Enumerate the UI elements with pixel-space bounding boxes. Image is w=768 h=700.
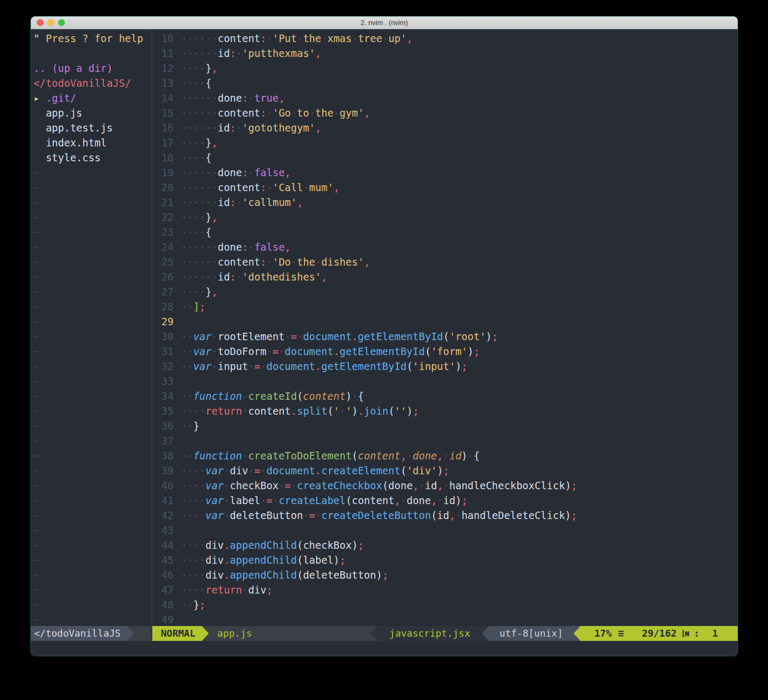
command-line: [31, 641, 738, 656]
code-line[interactable]: 43: [152, 523, 738, 538]
code-line[interactable]: 22····},: [152, 210, 738, 225]
line-text: ····},: [181, 61, 218, 76]
code-line[interactable]: 17····},: [152, 135, 738, 150]
line-number: 16: [152, 120, 174, 135]
line-text: ······content:·'Put·the·xmas·tree·up',: [181, 31, 413, 46]
code-line[interactable]: 48··};: [152, 597, 738, 612]
empty-line-marker: ~: [34, 508, 151, 523]
line-text: ····},: [181, 210, 218, 225]
empty-line-marker: ~: [34, 523, 151, 538]
code-line[interactable]: 13····{: [152, 76, 738, 90]
code-line[interactable]: 21······id:·'callmum',: [152, 195, 738, 210]
minimize-button[interactable]: [47, 19, 54, 26]
code-line[interactable]: 35····return·content.split('·').join('')…: [152, 403, 738, 418]
code-line[interactable]: 32··var·input·=·document.getElementById(…: [152, 359, 738, 374]
code-area[interactable]: 10······content:·'Put·the·xmas·tree·up',…: [152, 29, 738, 626]
line-number: 49: [152, 612, 174, 626]
empty-line-marker: ~: [34, 448, 151, 463]
line-number: 24: [152, 240, 174, 254]
close-button[interactable]: [37, 19, 44, 26]
empty-line-marker: ~: [34, 299, 151, 314]
line-text: ······id:·'gotothegym',: [181, 120, 321, 135]
empty-line-marker: ~: [34, 284, 151, 299]
powerline-separator-icon: [574, 626, 581, 641]
empty-line-marker: ~: [34, 612, 151, 626]
line-number: 28: [152, 299, 174, 314]
tree-file-app-js[interactable]: app.js: [34, 105, 151, 120]
nerdtree-path: </todoVanillaJS: [31, 626, 127, 641]
code-line[interactable]: 47····return·div;: [152, 582, 738, 597]
code-line[interactable]: 28··];: [152, 299, 738, 314]
code-line[interactable]: 12····},: [152, 61, 738, 76]
nerdtree-sidebar: " Press ? for help.. (up a dir)</todoVan…: [31, 29, 152, 641]
statusline-filename: app.js: [209, 626, 260, 641]
traffic-lights: [37, 19, 65, 26]
code-line[interactable]: 23····{: [152, 225, 738, 240]
line-text: ··function·createToDoElement(content,·do…: [181, 448, 480, 463]
code-line[interactable]: 38··function·createToDoElement(content,·…: [152, 448, 738, 463]
code-line[interactable]: 20······content:·'Call·mum',: [152, 180, 738, 195]
code-line[interactable]: 42····var·deleteButton·=·createDeleteBut…: [152, 508, 738, 523]
line-text: ····return·content.split('·').join('');: [181, 403, 419, 418]
code-line[interactable]: 40····var·checkBox·=·createCheckbox(done…: [152, 478, 738, 493]
code-line[interactable]: 10······content:·'Put·the·xmas·tree·up',: [152, 31, 738, 46]
terminal-window: 2. nvim . (nvim) " Press ? for help.. (u…: [30, 16, 738, 656]
code-line[interactable]: 11······id:·'putthexmas',: [152, 46, 738, 61]
tree-root[interactable]: </todoVanillaJS/: [34, 76, 151, 90]
tree-file-index-html[interactable]: index.html: [34, 135, 151, 150]
code-line[interactable]: 44····div.appendChild(checkBox);: [152, 538, 738, 553]
code-line[interactable]: 29: [152, 314, 738, 329]
cursor-line-of-total: 29/162: [642, 626, 676, 641]
empty-line-marker: ~: [34, 463, 151, 478]
code-line[interactable]: 18····{: [152, 150, 738, 165]
code-line[interactable]: 45····div.appendChild(label);: [152, 553, 738, 567]
empty-line-marker: ~: [34, 210, 151, 225]
line-number: 15: [152, 105, 174, 120]
code-line[interactable]: 34··function·createId(content)·{: [152, 389, 738, 403]
line-text: ····div.appendChild(deleteButton);: [181, 567, 388, 582]
code-line[interactable]: 26······id:·'dothedishes',: [152, 269, 738, 284]
line-number: 27: [152, 284, 174, 299]
empty-line-marker: ~: [34, 329, 151, 344]
line-text: ····},: [181, 284, 218, 299]
code-line[interactable]: 25······content:·'Do·the·dishes',: [152, 254, 738, 269]
tree-file-style-css[interactable]: style.css: [34, 150, 151, 165]
code-line[interactable]: 19······done:·false,: [152, 165, 738, 180]
tree-dir-git[interactable]: ▸ .git/: [34, 90, 151, 105]
empty-line-marker: ~: [34, 597, 151, 612]
line-number: 29: [152, 314, 174, 329]
code-line[interactable]: 49: [152, 612, 738, 626]
line-number: 37: [152, 433, 174, 448]
code-line[interactable]: 15······content:·'Go·to·the·gym',: [152, 105, 738, 120]
zoom-button[interactable]: [58, 19, 65, 26]
code-line[interactable]: 33: [152, 374, 738, 389]
code-line[interactable]: 36··}: [152, 418, 738, 433]
code-line[interactable]: 41····var·label·=·createLabel(content,·d…: [152, 493, 738, 508]
code-line[interactable]: 16······id:·'gotothegym',: [152, 120, 738, 135]
title-bar[interactable]: 2. nvim . (nvim): [31, 17, 738, 29]
code-line[interactable]: 46····div.appendChild(deleteButton);: [152, 567, 738, 582]
empty-line-marker: ~: [34, 195, 151, 210]
line-number: 25: [152, 254, 174, 269]
line-number: 47: [152, 582, 174, 597]
code-line[interactable]: 14······done:·true,: [152, 90, 738, 105]
code-line[interactable]: 37: [152, 433, 738, 448]
empty-line-marker: ~: [34, 553, 151, 567]
line-text: ······done:·true,: [181, 90, 285, 105]
line-number: 18: [152, 150, 174, 165]
code-line[interactable]: 24······done:·false,: [152, 240, 738, 254]
line-text: ····div.appendChild(label);: [181, 553, 346, 567]
file-tree[interactable]: " Press ? for help.. (up a dir)</todoVan…: [31, 29, 151, 626]
line-text: ··var·input·=·document.getElementById('i…: [181, 359, 468, 374]
tree-up-dir[interactable]: .. (up a dir): [34, 61, 151, 76]
line-number: 40: [152, 478, 174, 493]
line-text: ····{: [181, 225, 211, 240]
code-line[interactable]: 31··var·toDoForm·=·document.getElementBy…: [152, 344, 738, 359]
code-line[interactable]: 39····var·div·=·document.createElement('…: [152, 463, 738, 478]
tree-file-app-test-js[interactable]: app.test.js: [34, 120, 151, 135]
line-text: ······id:·'dothedishes',: [181, 269, 328, 284]
line-text: ····var·deleteButton·=·createDeleteButto…: [181, 508, 577, 523]
nerdtree-statusline: </todoVanillaJS: [31, 626, 151, 641]
code-line[interactable]: 27····},: [152, 284, 738, 299]
code-line[interactable]: 30··var·rootElement·=·document.getElemen…: [152, 329, 738, 344]
